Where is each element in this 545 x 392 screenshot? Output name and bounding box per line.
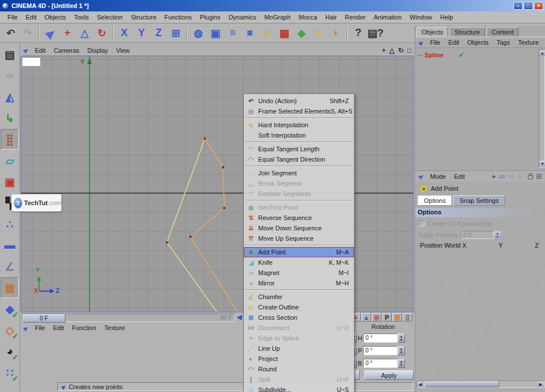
record-rotation-button[interactable]: ◎ — [372, 313, 382, 322]
rotation-stepper-p[interactable]: ▲▼ — [398, 346, 405, 355]
menu-hair[interactable]: Hair — [321, 13, 341, 22]
viewport-rotate-icon[interactable]: ↻ — [398, 46, 404, 54]
menu-item-hard-interpolation[interactable]: ∿Hard Interpolation — [244, 120, 354, 130]
timeline-ruler[interactable]: 0 F 90 F — [22, 313, 235, 322]
lock-icon[interactable] — [528, 175, 533, 179]
autokey-button[interactable]: ▯ — [403, 313, 412, 322]
menu-mograph[interactable]: MoGraph — [260, 13, 295, 22]
animation-mode-button[interactable]: ▬ — [1, 235, 19, 256]
add-cube-button[interactable]: ■ — [242, 25, 258, 41]
render-picture-viewer-button[interactable]: ▣ — [207, 25, 224, 41]
enabled-check-icon[interactable]: ✓ — [458, 51, 464, 59]
panel-handle-icon[interactable]: ▶ — [22, 46, 30, 54]
render-settings-button[interactable]: ≡ — [224, 25, 241, 41]
menu-item-undo-action[interactable]: ↶Undo (Action)Shift+Z — [244, 96, 354, 106]
object-axis-mode-button[interactable]: ↳ — [1, 108, 19, 128]
live-selection-button[interactable]: ▶ — [42, 25, 59, 41]
menu-dynamics[interactable]: Dynamics — [224, 13, 260, 22]
tab-options[interactable]: Options — [418, 195, 452, 206]
polygon-mode-button[interactable]: ▣ — [1, 171, 19, 192]
viewport-menu-view[interactable]: View — [112, 46, 134, 55]
menu-item-line-up[interactable]: ⋰Line Up — [244, 343, 354, 354]
tab-snap-settings[interactable]: Snap Settings — [453, 195, 505, 206]
point-mode-button[interactable]: ⣿ — [1, 129, 19, 150]
lock-y-axis-button[interactable]: Y — [133, 25, 150, 41]
menu-structure[interactable]: Structure — [127, 13, 161, 22]
menu-item-equal-tangent-direction[interactable]: ◠Equal Tangent Direction — [244, 154, 354, 164]
objects-menu-objects[interactable]: Objects — [463, 38, 492, 47]
minimize-button[interactable]: – — [513, 2, 523, 10]
lock-x-axis-button[interactable]: X — [116, 25, 133, 41]
object-mode-button[interactable]: ∴ — [1, 214, 19, 234]
render-view-button[interactable]: ◍ — [190, 25, 207, 41]
bottom-menu-function[interactable]: Function — [68, 323, 100, 332]
maximize-button[interactable]: □ — [524, 2, 533, 10]
viewport-menu-cameras[interactable]: Cameras — [50, 46, 84, 55]
layout-button[interactable]: ▤ — [1, 44, 19, 65]
create-tri-quad-checkbox[interactable] — [419, 221, 425, 226]
menu-render[interactable]: Render — [341, 13, 369, 22]
menu-item-subdivide[interactable]: ∷Subdivide...U~S — [244, 385, 354, 392]
tab-structure[interactable]: Structure — [449, 27, 485, 37]
menu-edit[interactable]: Edit — [22, 13, 41, 22]
spline-point[interactable] — [166, 241, 168, 244]
tab-content[interactable]: Content — [486, 27, 519, 37]
menu-item-move-up-sequence[interactable]: ⇈Move Up Sequence — [244, 233, 354, 244]
add-particle-button[interactable]: × — [310, 25, 327, 41]
record-parameter-button[interactable]: P — [382, 313, 392, 322]
spline-point[interactable] — [223, 207, 225, 209]
rotation-field-p[interactable]: 0 ° — [363, 346, 398, 355]
viewport-maximize-icon[interactable]: □ — [407, 46, 411, 54]
record-pla-button[interactable]: ▦ — [392, 313, 402, 322]
add-spline-button[interactable]: ∨ — [259, 25, 275, 41]
panel-handle-icon[interactable]: ▶ — [22, 324, 30, 331]
objects-scrollbar[interactable]: ▲ ▼ — [539, 49, 545, 167]
edge-position-stepper[interactable]: ▲▼ — [494, 231, 501, 239]
menu-selection[interactable]: Selection — [93, 13, 127, 22]
toggle-points-visibility-button[interactable]: ∷✓ — [1, 362, 19, 383]
edge-position-field[interactable]: 0 % — [461, 231, 494, 239]
object-row-spline[interactable]: Spline ◌ ∶ ✓ — [416, 50, 464, 60]
objects-menu-edit[interactable]: Edit — [444, 38, 463, 47]
menu-file[interactable]: File — [3, 13, 22, 22]
menu-animation[interactable]: Animation — [369, 13, 406, 22]
timeline-slider[interactable]: 0 F — [22, 314, 65, 323]
record-scale-button[interactable]: ▲ — [361, 313, 371, 322]
tab-objects[interactable]: Objects — [416, 27, 448, 37]
viewport-menu-display[interactable]: Display — [83, 46, 112, 55]
spline-point[interactable] — [222, 166, 224, 168]
object-name[interactable]: Spline — [425, 52, 443, 58]
toggle-render-safe-button[interactable]: ◕✓ — [1, 341, 19, 362]
add-mograph-button[interactable]: ◆ — [293, 25, 310, 41]
menu-item-add-point[interactable]: ∗Add PointM~A — [244, 247, 354, 257]
viewport-pan-icon[interactable]: + — [382, 46, 386, 54]
menu-item-knife[interactable]: ◢KnifeK, M~K — [244, 257, 354, 268]
help-context-button[interactable]: ? — [350, 25, 367, 41]
edge-mode-button[interactable]: ▱ — [1, 150, 19, 171]
menu-objects[interactable]: Objects — [41, 13, 70, 22]
menu-item-equal-tangent-length[interactable]: ◠Equal Tangent Length — [244, 144, 354, 154]
menu-item-soft-interpolation[interactable]: ∿Soft Interpolation — [244, 130, 354, 140]
move-button[interactable]: + — [59, 25, 76, 41]
toggle-axis-lock-button[interactable]: ◆✓ — [1, 299, 19, 319]
menu-help[interactable]: Help — [436, 13, 457, 22]
undo-button[interactable]: ↶ — [2, 25, 19, 41]
rotation-stepper-b[interactable]: ▲▼ — [398, 359, 405, 368]
scroll-up-icon[interactable]: ▲ — [539, 50, 545, 56]
scroll-right-icon[interactable]: ▶ — [538, 381, 544, 387]
model-mode-button[interactable]: ◭ — [1, 87, 19, 107]
menu-item-mirror[interactable]: ◑MirrorM~H — [244, 278, 354, 288]
close-button[interactable]: × — [534, 2, 543, 10]
menu-plugins[interactable]: Plugins — [196, 13, 224, 22]
rotation-field-h[interactable]: 0 ° — [363, 334, 398, 343]
menu-item-frame-selected-elements[interactable]: ◎Frame Selected ElementsS, Alt+S — [244, 106, 354, 116]
menu-item-cross-section[interactable]: ⊞Cross Section — [244, 312, 354, 323]
panel-handle-icon[interactable]: ▶ — [418, 173, 425, 180]
menu-item-reverse-sequence[interactable]: ⇅Reverse Sequence — [244, 213, 354, 223]
flyout-icon[interactable]: ▸ — [493, 173, 496, 180]
title-bar[interactable]: CINEMA 4D - [Untitled 1 *] –□× — [0, 0, 545, 11]
lock-z-axis-button[interactable]: Z — [150, 25, 167, 41]
panel-handle-icon[interactable]: ▶ — [418, 38, 425, 46]
scale-button[interactable]: △ — [76, 25, 93, 41]
apply-button[interactable]: Apply — [364, 370, 414, 380]
